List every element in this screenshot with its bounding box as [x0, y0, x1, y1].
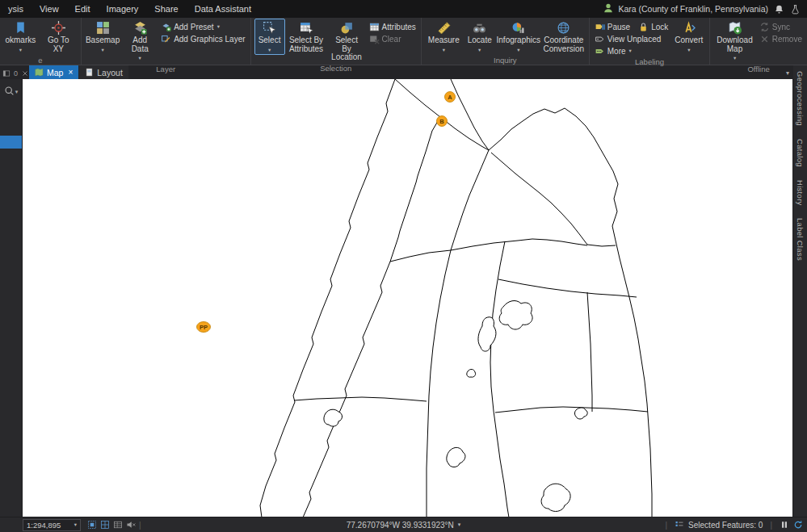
remove-button[interactable]: Remove [758, 33, 804, 44]
select-icon [263, 21, 276, 35]
attributes-button[interactable]: Attributes [368, 21, 418, 32]
user-icon [603, 2, 614, 14]
chevron-down-icon: ▾ [74, 522, 77, 528]
locate-button[interactable]: Locate▾ [464, 19, 495, 55]
ribbon: okmarks▾Go To XYeBasemap▾Add Data▾Add Pr… [0, 18, 807, 65]
search-icon [4, 86, 15, 96]
status-divider: | [666, 521, 668, 530]
menu-tab-share[interactable]: Share [146, 0, 186, 18]
bookmarks-icon [14, 21, 27, 35]
remove-icon [759, 34, 770, 44]
titlebar-right: Kara (County of Franklin, Pennsylvania) [603, 2, 807, 15]
infographics-button[interactable]: Infographics▾ [497, 19, 540, 55]
township-boundary-line [390, 117, 440, 262]
coordinate-value: 77.2670794°W 39.9331923°N [347, 521, 454, 530]
menu-tab-ysis[interactable]: ysis [0, 0, 32, 18]
lock-button[interactable]: Lock [637, 21, 670, 32]
convert-button[interactable]: Convert▾ [671, 19, 706, 55]
coordconv-icon [557, 21, 570, 35]
pane-count: 0 [14, 69, 18, 77]
bell-icon [774, 4, 784, 15]
status-right-icons [780, 520, 803, 530]
map-scale-dropdown[interactable]: 1:294,895 ▾ [23, 519, 81, 531]
more-button[interactable]: More▾ [593, 45, 633, 57]
flask-icon [790, 4, 801, 15]
pane-icon [2, 69, 11, 77]
status-divider: | [139, 521, 141, 530]
borough-outline [324, 409, 343, 426]
infographics-icon [511, 21, 525, 35]
township-boundary-line [303, 262, 390, 517]
clear-icon [369, 34, 380, 44]
right-tab-label-class[interactable]: Label Class [796, 218, 805, 261]
select-button[interactable]: Select▾ [254, 19, 285, 55]
coordinate-readout[interactable]: 77.2670794°W 39.9331923°N ▾ [347, 521, 461, 530]
go-to-xy-button[interactable]: Go To XY [40, 19, 78, 54]
ribbon-group-label: Labeling [593, 57, 707, 67]
select-by-location-button[interactable]: Select By Location [327, 19, 365, 63]
pause-drawing-icon [780, 520, 789, 530]
add-data-button[interactable]: Add Data▾ [122, 19, 158, 64]
map-view[interactable]: ABPP [22, 79, 793, 517]
active-pane-indicator[interactable] [0, 136, 22, 149]
borough-outline [467, 369, 476, 377]
map-svg: ABPP [22, 79, 793, 517]
select-by-attributes-button[interactable]: Select By Attributes [287, 19, 326, 54]
township-boundary-line [498, 279, 637, 297]
locate-icon [473, 21, 486, 35]
ribbon-group-label: Offline [713, 64, 804, 74]
map-marker-b[interactable]: B [437, 116, 448, 127]
ribbon-group-label: Inquiry [425, 55, 586, 65]
right-panel-strip: GeoprocessingCatalogHistoryLabel Class [792, 65, 807, 517]
user-account-button[interactable]: Kara (County of Franklin, Pennsylvania) [603, 2, 768, 15]
township-boundary-line [495, 407, 648, 413]
ribbon-group-labeling: PauseLockView UnplacedMore▾Convert▾Label… [589, 18, 710, 65]
clear-button[interactable]: Clear [368, 33, 403, 44]
map-marker-a[interactable]: A [445, 92, 456, 103]
right-tab-geoprocessing[interactable]: Geoprocessing [796, 71, 805, 126]
chevron-down-icon: ▾ [458, 522, 461, 528]
measure-button[interactable]: Measure▾ [425, 19, 463, 55]
download-map-button[interactable]: Download Map▾ [713, 19, 755, 64]
close-tab-icon[interactable]: × [68, 69, 73, 77]
borough-outline [541, 484, 570, 511]
left-panel-strip: ▾ [0, 79, 23, 517]
basemap-button[interactable]: Basemap▾ [85, 19, 120, 55]
view-unplaced-button[interactable]: View Unplaced [593, 33, 663, 44]
sync-button[interactable]: Sync [758, 21, 792, 32]
right-tab-history[interactable]: History [796, 180, 805, 206]
ribbon-group-offline: Download Map▾SyncRemoveOffline [709, 18, 807, 65]
ribbon-group-layer: Basemap▾Add Data▾Add Preset▾Add Graphics… [81, 18, 250, 65]
menubar-tabs: ysisViewEditImageryShareData Assistant [0, 0, 259, 18]
ribbon-group-label: Layer [85, 64, 247, 74]
add-preset-icon [161, 22, 171, 32]
township-boundary-line [427, 250, 451, 517]
township-boundary-line [587, 292, 592, 412]
table-sm-icon [113, 520, 123, 530]
svg-text:B: B [439, 118, 444, 125]
selection-count-icon [675, 519, 684, 529]
view-tab-map[interactable]: Map× [29, 65, 78, 79]
pause-button[interactable]: Pause [593, 21, 632, 32]
map-marker-pp[interactable]: PP [197, 322, 211, 333]
add-data-icon [133, 21, 147, 35]
search-icon-slot [4, 86, 15, 98]
menu-tab-imagery[interactable]: Imagery [99, 0, 147, 18]
add-graphics-layer-button[interactable]: Add Graphics Layer [159, 33, 246, 44]
refresh-icon [793, 520, 803, 530]
selection-icon-slot [675, 519, 684, 530]
menu-tab-data-assistant[interactable]: Data Assistant [187, 0, 259, 18]
view-unplaced-icon [595, 34, 605, 44]
menu-tab-edit[interactable]: Edit [67, 0, 99, 18]
coordinate-conversion-button[interactable]: Coordinate Conversion [542, 19, 586, 54]
download-map-icon [728, 21, 742, 35]
add-preset-button[interactable]: Add Preset▾ [159, 21, 221, 32]
ribbon-group-label: Selection [254, 63, 418, 73]
right-tab-catalog[interactable]: Catalog [796, 139, 805, 167]
mute-icon [126, 520, 136, 530]
okmarks-button[interactable]: okmarks▾ [3, 19, 38, 55]
menu-tab-view[interactable]: View [32, 0, 67, 18]
close-icon [21, 69, 29, 77]
lock-icon [638, 22, 649, 32]
pane-search-button[interactable]: ▾ [0, 79, 22, 98]
